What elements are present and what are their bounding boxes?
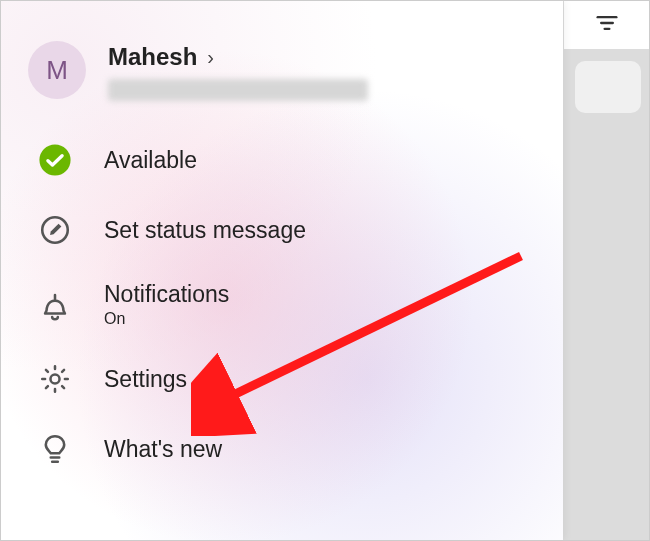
menu-label: Settings	[104, 366, 187, 393]
filter-button[interactable]	[564, 1, 649, 49]
menu-item-settings[interactable]: Settings	[1, 344, 563, 414]
chevron-right-icon: ›	[207, 46, 214, 69]
gear-icon	[36, 360, 74, 398]
menu-label: Available	[104, 147, 197, 174]
menu-label: Notifications	[104, 281, 229, 308]
menu-label: Set status message	[104, 217, 306, 244]
menu-item-whats-new[interactable]: What's new	[1, 414, 563, 484]
lightbulb-icon	[36, 430, 74, 468]
menu-sublabel: On	[104, 310, 229, 328]
avatar: M	[28, 41, 86, 99]
svg-point-3	[39, 144, 70, 175]
menu-item-available[interactable]: Available	[1, 125, 563, 195]
edit-status-icon	[36, 211, 74, 249]
background-strip	[563, 1, 649, 540]
profile-subtitle-redacted	[108, 79, 368, 101]
profile-name-line: Mahesh ›	[108, 43, 543, 71]
svg-point-5	[50, 374, 59, 383]
menu-label: What's new	[104, 436, 222, 463]
background-card	[575, 61, 641, 113]
available-status-icon	[36, 141, 74, 179]
profile-row[interactable]: M Mahesh ›	[1, 1, 563, 125]
bell-icon	[36, 286, 74, 324]
filter-icon	[593, 9, 621, 41]
menu-item-notifications[interactable]: Notifications On	[1, 265, 563, 344]
account-menu-panel: M Mahesh › Available	[1, 1, 563, 540]
menu-item-set-status[interactable]: Set status message	[1, 195, 563, 265]
profile-name: Mahesh	[108, 43, 197, 71]
